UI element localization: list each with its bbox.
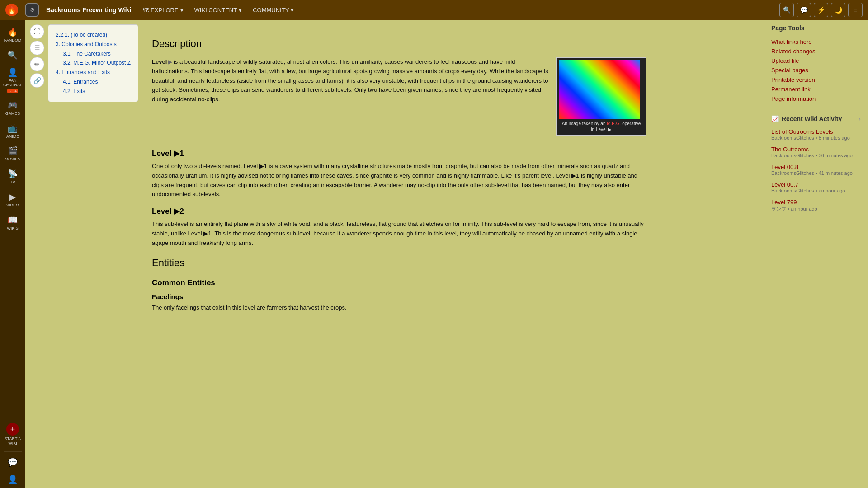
- search-button[interactable]: 🔍: [779, 3, 794, 17]
- sidebar-item-user[interactable]: 👤: [0, 471, 25, 488]
- upload-file-link[interactable]: Upload file: [771, 56, 861, 66]
- activity-link-3[interactable]: Level 00.7: [771, 181, 861, 188]
- dark-mode-button[interactable]: 🌙: [831, 3, 845, 17]
- toc-link-42[interactable]: 4.2. Exits: [63, 88, 85, 94]
- activity-button[interactable]: ⚡: [814, 3, 828, 17]
- permanent-link-link[interactable]: Permanent link: [771, 84, 861, 94]
- toc-label-4: Entrances and Exits: [61, 69, 110, 75]
- activity-item-3: Level 00.7 BackroomsGlitches • an hour a…: [771, 181, 861, 193]
- activity-time-0: 8 minutes ago: [819, 135, 850, 141]
- nav-links: 🗺 EXPLORE ▾ WIKI CONTENT ▾ COMMUNITY ▾: [138, 5, 772, 15]
- activity-item-1: The Outrooms BackroomsGlitches • 36 minu…: [771, 146, 861, 158]
- chevron-down-icon: ▾: [180, 7, 184, 14]
- activity-item-2: Level 00.8 BackroomsGlitches • 41 minute…: [771, 164, 861, 176]
- tools-divider: [771, 109, 861, 109]
- sidebar-item-movies[interactable]: 🎬 MOVIES: [0, 142, 25, 165]
- notifications-button[interactable]: 💬: [797, 3, 811, 17]
- toc-number-31: 3.1.: [63, 51, 73, 57]
- sidebar-item-video[interactable]: ▶ VIDEO: [0, 188, 25, 211]
- activity-link-0[interactable]: List of Outrooms Levels: [771, 128, 861, 135]
- activity-meta-0: BackroomsGlitches • 8 minutes ago: [771, 135, 861, 141]
- printable-version-link[interactable]: Printable version: [771, 75, 861, 84]
- sidebar-item-search[interactable]: 🔍: [0, 47, 25, 64]
- recent-activity-arrow[interactable]: ›: [859, 115, 861, 123]
- description-section: An image taken by an M.E.G. operative in…: [152, 57, 646, 141]
- level-image: An image taken by an M.E.G. operative in…: [556, 57, 646, 136]
- expand-button[interactable]: ⛶: [30, 24, 44, 39]
- activity-time-4: an hour ago: [791, 206, 817, 211]
- activity-author-3: BackroomsGlitches: [771, 188, 814, 193]
- sub-level-1-heading: Level ▶1: [152, 149, 646, 158]
- sidebar-item-start-wiki[interactable]: + START A WIKI: [0, 419, 25, 450]
- toc-label-31: The Caretakers: [73, 51, 111, 57]
- nav-explore[interactable]: 🗺 EXPLORE ▾: [138, 5, 188, 15]
- sidebar-item-fan-central[interactable]: 👤 FAN CENTRAL BETA: [0, 64, 25, 97]
- wiki-title: Backrooms Freewriting Wiki: [46, 6, 131, 14]
- sidebar-item-anime[interactable]: 📺 ANIME: [0, 120, 25, 143]
- chevron-down-icon-2: ▾: [239, 7, 242, 14]
- activity-link-1[interactable]: The Outrooms: [771, 146, 861, 153]
- toc-link-3[interactable]: 3. Colonies and Outposts: [56, 41, 117, 47]
- sidebar-bottom: + START A WIKI 💬 👤: [0, 419, 25, 488]
- sidebar-divider: [4, 451, 22, 452]
- toc-link-32[interactable]: 3.2. M.E.G. Minor Outpost Z: [63, 60, 131, 66]
- page-tools-title: Page Tools: [771, 24, 861, 32]
- what-links-here-link[interactable]: What links here: [771, 37, 861, 47]
- sub-level-2-text: This sub-level is an entirely flat plane…: [152, 220, 646, 248]
- nav-wiki-content[interactable]: WIKI CONTENT ▾: [190, 5, 247, 15]
- toc-number-221: 2.2.1.: [56, 32, 69, 38]
- wikis-icon: 📖: [8, 215, 18, 225]
- toc-number-32: 3.2.: [63, 60, 73, 66]
- activity-trending-icon: 📈: [771, 115, 779, 122]
- toc-link-221[interactable]: 2.2.1. (To be created): [56, 32, 107, 38]
- sidebar-item-tv[interactable]: 📡 TV: [0, 165, 25, 188]
- toc-toolbar: ⛶ ☰ ✏ 🔗: [30, 24, 44, 88]
- notifications-sidebar-icon: 💬: [8, 457, 18, 467]
- facelings-text: The only facelings that exist in this le…: [152, 303, 646, 313]
- link-button[interactable]: 🔗: [30, 73, 44, 88]
- activity-bullet-0: •: [816, 135, 819, 141]
- activity-meta-4: ヲンフ • an hour ago: [771, 206, 861, 212]
- meg-link[interactable]: M.E.G.: [607, 121, 621, 126]
- activity-meta-2: BackroomsGlitches • 41 minutes ago: [771, 170, 861, 176]
- special-pages-link[interactable]: Special pages: [771, 66, 861, 75]
- activity-author-4: ヲンフ: [771, 206, 786, 211]
- toc-number-4: 4.: [56, 69, 61, 75]
- toc-panel: 2.2.1. (To be created) 3. Colonies and O…: [48, 24, 138, 102]
- sidebar-item-notifications[interactable]: 💬: [0, 454, 25, 471]
- toc-link-41[interactable]: 4.1. Entrances: [63, 79, 98, 85]
- activity-time-1: 36 minutes ago: [819, 153, 853, 158]
- activity-link-4[interactable]: Level 799: [771, 199, 861, 206]
- list-button[interactable]: ☰: [30, 41, 44, 55]
- top-navigation: 🔥 ⚙ Backrooms Freewriting Wiki 🗺 EXPLORE…: [0, 0, 868, 20]
- recent-activity-title: Recent Wiki Activity: [782, 115, 856, 122]
- recent-activity-header: 📈 Recent Wiki Activity ›: [771, 115, 861, 123]
- toc-label-42: Exits: [73, 88, 85, 94]
- more-button[interactable]: ≡: [848, 3, 863, 17]
- sidebar-item-games[interactable]: 🎮 GAMES: [0, 97, 25, 120]
- beta-badge: BETA: [7, 89, 18, 93]
- edit-button[interactable]: ✏: [30, 57, 44, 71]
- nav-actions: 🔍 💬 ⚡ 🌙 ≡: [779, 3, 863, 17]
- sidebar-fan-central-label: FAN CENTRAL: [3, 79, 22, 88]
- related-changes-link[interactable]: Related changes: [771, 47, 861, 56]
- activity-bullet-1: •: [816, 153, 819, 158]
- sidebar-item-wikis[interactable]: 📖 WIKIS: [0, 211, 25, 235]
- description-body: is a beautiful landscape of wildly satur…: [152, 58, 548, 103]
- activity-item-0: List of Outrooms Levels BackroomsGlitche…: [771, 128, 861, 141]
- toc-item-42: 4.2. Exits: [56, 87, 131, 96]
- fandom-logo[interactable]: 🔥: [5, 4, 18, 16]
- toc-link-4[interactable]: 4. Entrances and Exits: [56, 69, 110, 75]
- tv-icon: 📡: [8, 169, 18, 179]
- nav-community[interactable]: COMMUNITY ▾: [248, 5, 298, 15]
- map-icon: 🗺: [143, 7, 149, 14]
- page-information-link[interactable]: Page information: [771, 94, 861, 103]
- sidebar-video-label: VIDEO: [6, 203, 19, 208]
- activity-author-0: BackroomsGlitches: [771, 135, 814, 141]
- sidebar-item-fandom[interactable]: 🔥 FANDOM: [0, 23, 25, 47]
- toc-link-31[interactable]: 3.1. The Caretakers: [63, 51, 111, 57]
- level-tag: Level ▶: [152, 57, 172, 67]
- activity-link-2[interactable]: Level 00.8: [771, 164, 861, 170]
- activity-meta-3: BackroomsGlitches • an hour ago: [771, 188, 861, 193]
- fan-central-icon: 👤: [8, 67, 18, 77]
